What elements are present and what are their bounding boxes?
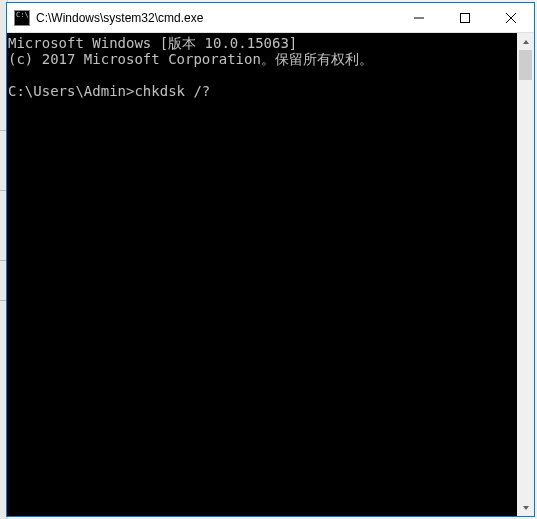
typed-command: chkdsk /? bbox=[134, 83, 210, 99]
svg-rect-1 bbox=[461, 13, 470, 22]
prompt: C:\Users\Admin> bbox=[8, 83, 134, 99]
window-title: C:\Windows\system32\cmd.exe bbox=[36, 11, 396, 25]
scroll-down-button[interactable] bbox=[517, 499, 534, 516]
minimize-button[interactable] bbox=[396, 3, 442, 32]
maximize-button[interactable] bbox=[442, 3, 488, 32]
console-line: Microsoft Windows [版本 10.0.15063] bbox=[8, 35, 297, 51]
console-area: Microsoft Windows [版本 10.0.15063] (c) 20… bbox=[7, 33, 534, 516]
scroll-thumb[interactable] bbox=[519, 50, 532, 80]
scroll-track[interactable] bbox=[517, 50, 534, 499]
titlebar[interactable]: C:\Windows\system32\cmd.exe bbox=[7, 3, 534, 33]
vertical-scrollbar[interactable] bbox=[517, 33, 534, 516]
svg-marker-5 bbox=[523, 506, 529, 510]
window-controls bbox=[396, 3, 534, 32]
cmd-window: C:\Windows\system32\cmd.exe Microsoft Wi… bbox=[6, 2, 535, 517]
console-output[interactable]: Microsoft Windows [版本 10.0.15063] (c) 20… bbox=[7, 33, 517, 516]
close-button[interactable] bbox=[488, 3, 534, 32]
cmd-icon bbox=[14, 10, 30, 26]
svg-marker-4 bbox=[523, 40, 529, 44]
console-line: (c) 2017 Microsoft Corporation。保留所有权利。 bbox=[8, 51, 373, 67]
scroll-up-button[interactable] bbox=[517, 33, 534, 50]
